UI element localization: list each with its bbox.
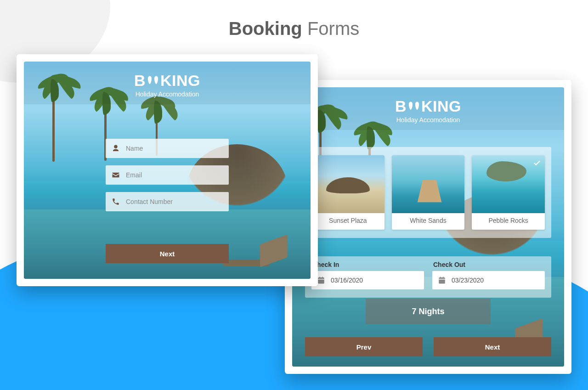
next-button[interactable]: Next [106, 244, 229, 263]
checkin-input[interactable]: 03/16/2020 [311, 271, 424, 289]
brand-logo: B KING [395, 97, 461, 115]
email-input[interactable] [126, 165, 229, 185]
checkin-column: Check In 03/16/2020 [311, 261, 424, 289]
checkout-value: 03/23/2020 [452, 277, 484, 284]
checkout-column: Check Out 03/23/2020 [432, 261, 545, 289]
check-icon [532, 158, 542, 168]
prev-button[interactable]: Prev [305, 337, 423, 356]
checkin-label: Check In [311, 261, 424, 268]
checkin-value: 03/16/2020 [331, 277, 363, 284]
location-option-pebble-rocks[interactable]: Pebble Rocks [472, 155, 545, 230]
phone-icon [106, 192, 126, 211]
location-picker: Sunset Plaza White Sands Pebble Rocks [305, 147, 551, 238]
envelope-icon [106, 165, 126, 185]
location-label: Pebble Rocks [472, 213, 545, 230]
location-thumb-image [311, 155, 384, 213]
brand-header: B KING Holiday Accomodation [24, 62, 311, 104]
location-thumb-image [392, 155, 465, 213]
hero-image: B KING Holiday Accomodation Sunset Plaza… [292, 87, 564, 367]
brand-tagline: Holiday Accomodation [292, 116, 564, 124]
step-nav: Prev Next [305, 337, 551, 356]
location-option-sunset-plaza[interactable]: Sunset Plaza [311, 155, 384, 230]
flipflops-icon [407, 100, 420, 113]
page-title-rest: Forms [302, 18, 359, 39]
name-input[interactable] [126, 139, 229, 158]
brand-header: B KING Holiday Accomodation [292, 87, 564, 130]
contact-form [106, 139, 229, 211]
contact-input[interactable] [126, 192, 229, 211]
brand-logo: B KING [134, 72, 200, 90]
user-icon [106, 139, 126, 158]
nights-summary: 7 Nights [366, 299, 491, 324]
brand-tagline: Holiday Accomodation [24, 90, 311, 98]
booking-form-step1-card: B KING Holiday Accomodation [17, 54, 318, 286]
booking-form-step2-card: B KING Holiday Accomodation Sunset Plaza… [285, 80, 571, 374]
page-title-bold: Booking [229, 18, 302, 39]
location-label: White Sands [392, 213, 465, 228]
location-label: Sunset Plaza [311, 213, 384, 228]
page-title: Booking Forms [0, 18, 588, 39]
name-field-row [106, 139, 229, 158]
location-option-white-sands[interactable]: White Sands [392, 155, 465, 230]
flipflops-icon [147, 74, 159, 87]
date-range-row: Check In 03/16/2020 Check Out 03/23/2020 [305, 256, 551, 298]
calendar-icon [438, 276, 446, 284]
next-button[interactable]: Next [434, 337, 551, 356]
calendar-icon [317, 276, 325, 284]
email-field-row [106, 165, 229, 185]
contact-field-row [106, 192, 229, 211]
hero-image: B KING Holiday Accomodation [24, 62, 311, 279]
checkout-label: Check Out [432, 261, 545, 268]
checkout-input[interactable]: 03/23/2020 [432, 271, 545, 289]
